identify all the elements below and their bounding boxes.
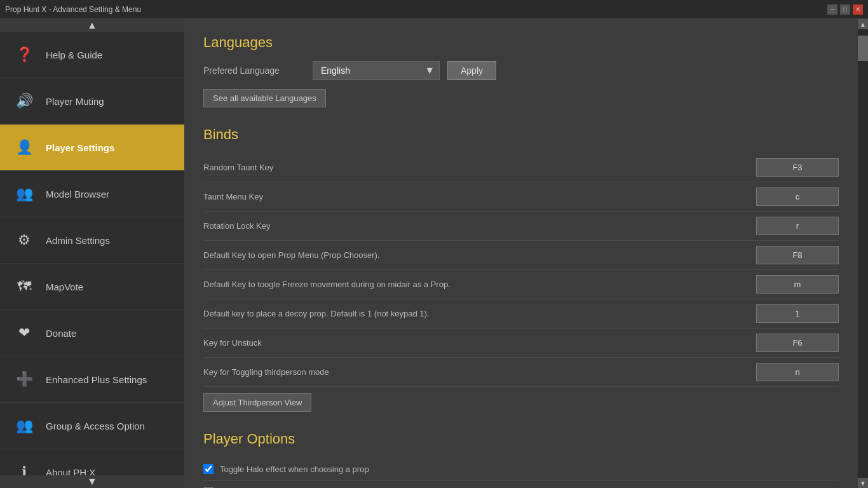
player-options-heading: Player Options <box>203 431 839 447</box>
sidebar-items: ❓ Help & Guide 🔊 Player Muting 👤 Player … <box>0 32 184 488</box>
sidebar-label-player-settings: Player Settings <box>46 142 114 153</box>
languages-section: Languages Prefered Language English Fren… <box>203 34 839 107</box>
scrollbar-up-button[interactable]: ▲ <box>858 19 868 29</box>
sidebar-item-help-guide[interactable]: ❓ Help & Guide <box>0 32 184 78</box>
bind-key-prop-menu[interactable]: F8 <box>756 246 839 264</box>
bind-label-thirdperson: Key for Toggling thirdperson mode <box>203 367 756 377</box>
bind-label-random-taunt: Random Taunt Key <box>203 163 756 172</box>
bind-row-unstuck: Key for Unstuck F6 <box>203 329 839 358</box>
sidebar-item-player-muting[interactable]: 🔊 Player Muting <box>0 78 184 125</box>
see-all-languages-button[interactable]: See all available Languages <box>203 89 326 107</box>
bind-row-thirdperson: Key for Toggling thirdperson mode n <box>203 358 839 387</box>
window-title: Prop Hunt X - Advanced Setting & Menu <box>5 5 141 14</box>
sidebar-item-mapvote[interactable]: 🗺 MapVote <box>0 264 184 310</box>
sidebar-item-admin-settings[interactable]: ⚙ Admin Settings <box>0 217 184 264</box>
app-wrapper: ▲ ❓ Help & Guide 🔊 Player Muting 👤 Playe… <box>0 19 868 488</box>
help-icon: ❓ <box>13 43 36 66</box>
bind-label-rotation-lock: Rotation Lock Key <box>203 221 756 231</box>
sidebar-item-enhanced-plus[interactable]: ➕ Enhanced Plus Settings <box>0 356 184 403</box>
bind-row-random-taunt: Random Taunt Key F3 <box>203 153 839 182</box>
bind-row-prop-menu: Default Key to open Prop Menu (Prop Choo… <box>203 241 839 270</box>
bind-key-freeze-movement[interactable]: m <box>756 275 839 294</box>
apply-button[interactable]: Apply <box>447 61 496 80</box>
option-checkbox-halo[interactable] <box>203 464 214 474</box>
mapvote-icon: 🗺 <box>13 275 36 298</box>
donate-icon: ❤ <box>13 322 36 344</box>
bind-row-decoy-prop: Default key to place a decoy prop. Defau… <box>203 299 839 329</box>
group-access-icon: 👥 <box>13 414 36 437</box>
scrollbar-thumb[interactable] <box>858 36 868 61</box>
bind-row-taunt-menu: Taunt Menu Key c <box>203 182 839 212</box>
binds-heading: Binds <box>203 126 839 143</box>
sidebar-item-model-browser[interactable]: 👥 Model Browser <box>0 171 184 217</box>
language-select[interactable]: English French German Spanish Portuguese… <box>313 61 440 80</box>
sidebar-scroll-up[interactable]: ▲ <box>0 19 184 32</box>
option-row-halo: Toggle Halo effect when choosing a prop <box>203 458 839 481</box>
player-options-section: Player Options Toggle Halo effect when c… <box>203 431 839 488</box>
bind-key-thirdperson[interactable]: n <box>756 363 839 381</box>
language-select-wrapper: English French German Spanish Portuguese… <box>313 61 440 80</box>
bind-key-random-taunt[interactable]: F3 <box>756 158 839 177</box>
bind-row-freeze-movement: Default Key to toogle Freeze movement du… <box>203 270 839 299</box>
enhanced-plus-icon: ➕ <box>13 368 36 391</box>
admin-settings-icon: ⚙ <box>13 229 36 252</box>
main-scrollbar: ▲ ▼ <box>858 19 868 488</box>
scrollbar-down-button[interactable]: ▼ <box>858 478 868 488</box>
bind-label-unstuck: Key for Unstuck <box>203 338 756 348</box>
title-bar: Prop Hunt X - Advanced Setting & Menu ─ … <box>0 0 868 19</box>
maximize-button[interactable]: □ <box>840 4 850 15</box>
player-settings-icon: 👤 <box>13 136 36 159</box>
sidebar: ▲ ❓ Help & Guide 🔊 Player Muting 👤 Playe… <box>0 19 184 488</box>
option-label-halo: Toggle Halo effect when choosing a prop <box>220 464 369 474</box>
sidebar-label-group-access: Group & Access Option <box>46 421 145 431</box>
languages-heading: Languages <box>203 34 839 51</box>
muting-icon: 🔊 <box>13 90 36 112</box>
sidebar-label-admin-settings: Admin Settings <box>46 235 110 246</box>
bind-label-freeze-movement: Default Key to toogle Freeze movement du… <box>203 280 756 289</box>
bind-label-prop-menu: Default Key to open Prop Menu (Prop Choo… <box>203 250 756 260</box>
bind-row-rotation-lock: Rotation Lock Key r <box>203 212 839 241</box>
binds-section: Binds Random Taunt Key F3 Taunt Menu Key… <box>203 126 839 412</box>
sidebar-item-group-access[interactable]: 👥 Group & Access Option <box>0 403 184 449</box>
close-button[interactable]: ✕ <box>853 4 863 15</box>
window-controls: ─ □ ✕ <box>827 4 863 15</box>
sidebar-scroll-down[interactable]: ▼ <box>0 475 184 488</box>
bind-key-decoy-prop[interactable]: 1 <box>756 304 839 323</box>
sidebar-label-mapvote: MapVote <box>46 281 83 292</box>
pref-language-label: Prefered Language <box>203 65 305 76</box>
adjust-thirdperson-button[interactable]: Adjust Thirdperson View <box>203 393 311 412</box>
bind-key-rotation-lock[interactable]: r <box>756 217 839 235</box>
bind-label-decoy-prop: Default key to place a decoy prop. Defau… <box>203 309 756 318</box>
sidebar-label-player-muting: Player Muting <box>46 96 104 107</box>
bind-key-taunt-menu[interactable]: c <box>756 187 839 206</box>
language-row: Prefered Language English French German … <box>203 61 839 80</box>
bind-label-taunt-menu: Taunt Menu Key <box>203 192 756 201</box>
sidebar-label-enhanced-plus: Enhanced Plus Settings <box>46 374 147 385</box>
sidebar-label-model-browser: Model Browser <box>46 189 109 200</box>
model-browser-icon: 👥 <box>13 182 36 205</box>
sidebar-label-help-guide: Help & Guide <box>46 50 102 60</box>
option-row-team-names: Show Team players names' above their hea… <box>203 481 839 488</box>
sidebar-item-player-settings[interactable]: 👤 Player Settings Player Settings <box>0 125 184 171</box>
scrollbar-track <box>858 29 868 478</box>
main-content: Languages Prefered Language English Fren… <box>184 19 858 488</box>
sidebar-item-donate[interactable]: ❤ Donate <box>0 310 184 356</box>
bind-key-unstuck[interactable]: F6 <box>756 334 839 352</box>
minimize-button[interactable]: ─ <box>827 4 837 15</box>
sidebar-label-donate: Donate <box>46 328 76 339</box>
